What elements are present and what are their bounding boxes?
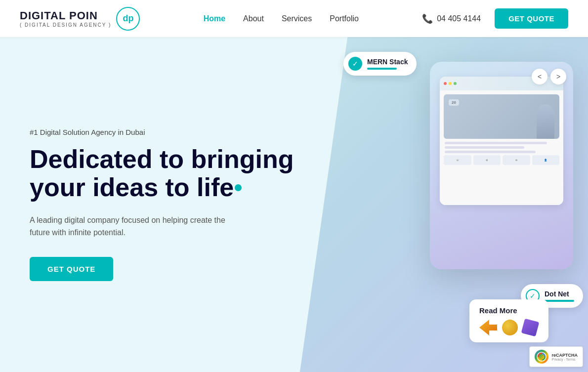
mockup-nav-item-3: ✉ [503, 155, 530, 165]
hero-title-line1: Dedicated to bringing [30, 145, 294, 173]
nav-home[interactable]: Home [204, 14, 225, 23]
recaptcha-brand: reCAPTCHA [551, 353, 578, 358]
mockup-nav-item-1: ☏ [444, 155, 471, 165]
logo-area: DIGITAL POIN ( DIGITAL DESIGN AGENCY ) d… [20, 7, 140, 31]
hero-title-line2: your ideas to life [30, 173, 242, 202]
logo-title: DIGITAL POIN [20, 9, 111, 22]
hero-right: ✓ MERN Stack < > [294, 37, 588, 372]
read-more-card: Read More [469, 299, 548, 342]
phone-icon: 📞 [422, 13, 433, 24]
hero-subtitle: #1 Digital Solution Agency in Dubai [30, 128, 294, 136]
recaptcha-icon [535, 350, 548, 364]
dotnet-label: Dot Net [545, 290, 574, 298]
header-right: 📞 04 405 4144 GET QUOTE [422, 8, 568, 29]
sphere-icon [502, 320, 518, 335]
read-more-icons [479, 320, 539, 335]
read-more-title: Read More [479, 306, 539, 315]
nav-services[interactable]: Services [282, 14, 312, 23]
dotnet-text: Dot Net [545, 290, 574, 302]
logo-icon: dp [116, 7, 140, 31]
mern-text: MERN Stack [367, 58, 408, 70]
mern-check-icon: ✓ [348, 57, 362, 71]
next-arrow-button[interactable]: > [550, 69, 566, 84]
hero-description: A leading digital company focused on hel… [30, 214, 247, 239]
mockup-line-3 [445, 151, 536, 153]
hero-get-quote-button[interactable]: GET QUOTE [30, 257, 113, 281]
prev-arrow-button[interactable]: < [532, 69, 547, 84]
dotnet-bar [545, 300, 574, 302]
mockup-screen: 20 ☏ ⚙ [440, 77, 563, 205]
logo-subtitle: ( DIGITAL DESIGN AGENCY ) [20, 22, 111, 28]
mockup-line-2 [445, 146, 524, 149]
mern-stack-badge: ✓ MERN Stack [343, 52, 417, 76]
svg-marker-0 [479, 320, 497, 335]
nav-portfolio[interactable]: Portfolio [330, 14, 359, 23]
cube-icon [521, 319, 540, 337]
hero-section: #1 Digital Solution Agency in Dubai Dedi… [0, 37, 588, 372]
main-nav: Home About Services Portfolio [204, 14, 359, 23]
mockup-nav-item-4: 👤 [532, 155, 560, 165]
mockup-nav-item-2: ⚙ [473, 155, 501, 165]
recaptcha-badge: reCAPTCHA Privacy - Terms [529, 346, 583, 367]
mockup-text-lines [444, 142, 559, 153]
phone-number: 04 405 4144 [437, 14, 481, 23]
mockup-nav-row: ☏ ⚙ ✉ 👤 [444, 155, 559, 165]
mern-bar [367, 68, 397, 70]
header: DIGITAL POIN ( DIGITAL DESIGN AGENCY ) d… [0, 0, 588, 37]
mockup-card: < > 20 [430, 62, 573, 269]
nav-about[interactable]: About [243, 14, 264, 23]
dot-green [454, 82, 457, 85]
header-get-quote-button[interactable]: GET QUOTE [495, 8, 568, 29]
phone-area: 📞 04 405 4144 [422, 13, 481, 24]
mockup-content-area: 20 ☏ ⚙ [440, 90, 563, 205]
mockup-image: 20 [444, 94, 559, 139]
highlight-dot [235, 184, 242, 191]
mockup-image-inner: 20 [444, 94, 559, 139]
card-nav-arrows: < > [532, 69, 566, 84]
dot-red [444, 82, 447, 85]
recaptcha-terms: Privacy - Terms [551, 358, 578, 361]
hero-left: #1 Digital Solution Agency in Dubai Dedi… [0, 128, 294, 281]
hero-title: Dedicated to bringing your ideas to life [30, 145, 294, 202]
recaptcha-text: reCAPTCHA Privacy - Terms [551, 353, 578, 361]
arrow-3d-icon [479, 320, 497, 335]
mern-label: MERN Stack [367, 58, 408, 66]
logo-text-block: DIGITAL POIN ( DIGITAL DESIGN AGENCY ) [20, 9, 111, 28]
mockup-line-1 [445, 142, 547, 144]
dot-yellow [449, 82, 452, 85]
mockup-bg-overlay [444, 94, 559, 139]
